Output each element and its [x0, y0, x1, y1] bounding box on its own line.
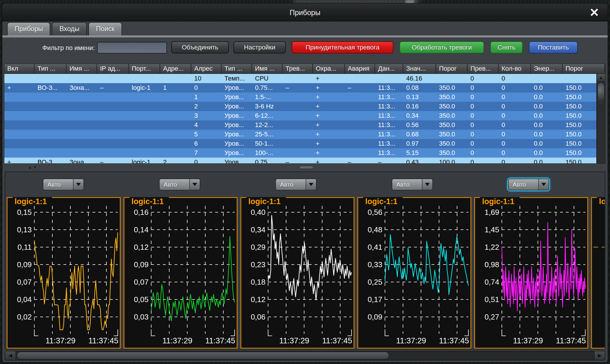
chart-border — [358, 198, 471, 348]
scroll-up-icon[interactable]: ▲ — [597, 74, 605, 81]
y-tick-label: 0,25 — [368, 278, 382, 286]
table-cell: 0.43 — [403, 158, 436, 164]
table-row[interactable]: 4Уров...12-2...+11:3...0.56350.0000.0150… — [4, 120, 605, 130]
tab-inputs[interactable]: Входы — [52, 22, 87, 35]
table-cell — [160, 102, 191, 111]
y-tick-label: 0,05 — [134, 295, 149, 304]
y-tick-label: 0,16 — [134, 208, 149, 217]
chart-panel-2[interactable]: 0,160,140,120,090,070,050,0311:37:2911:3… — [124, 197, 238, 349]
chevron-down-icon[interactable] — [538, 179, 549, 190]
table-cell — [35, 120, 67, 130]
chevron-down-glyph — [76, 183, 81, 186]
horizontal-scrollbar[interactable]: ◀ ▶ — [5, 351, 605, 361]
column-header[interactable]: Авария — [345, 64, 375, 74]
column-header[interactable]: Порог — [436, 64, 468, 74]
chart-panel-3[interactable]: 0,400,340,290,230,180,120,0611:37:2911:3… — [240, 197, 354, 349]
chart-panel-6[interactable]: 2,11,81,51,20,90,60,311:37:2911:37:45log… — [591, 197, 605, 349]
toolbar-button[interactable]: Поставить — [529, 41, 578, 53]
column-header[interactable]: Имя ... — [252, 64, 283, 74]
scale-select-4[interactable]: Авто — [392, 179, 433, 190]
table-row[interactable]: 10Темп...CPU+46.1600 — [4, 74, 605, 83]
pane-splitter[interactable]: ▲▼ — [2, 164, 608, 171]
scale-select-5[interactable]: Авто — [508, 179, 549, 190]
column-header[interactable]: Имя ... — [67, 64, 97, 74]
table-cell: 0 — [468, 158, 499, 164]
toolbar-button[interactable]: Принудительная тревога — [292, 41, 393, 53]
table-cell: – — [97, 83, 129, 92]
column-header[interactable]: Тип ... — [35, 64, 67, 74]
scroll-right-icon[interactable]: ▶ — [594, 351, 605, 360]
toolbar-button[interactable]: Настройки — [233, 41, 286, 53]
table-cell: 11:3... — [375, 83, 403, 92]
table-cell — [345, 111, 375, 120]
table-cell: 7 — [191, 148, 222, 158]
toolbar-button[interactable]: Снять — [490, 41, 523, 53]
y-tick-label: 0,07 — [134, 278, 149, 286]
table-cell — [531, 74, 563, 83]
chevron-down-icon[interactable] — [306, 179, 316, 190]
column-header[interactable]: Кол-во — [499, 64, 531, 74]
column-header[interactable]: Алрес — [191, 64, 222, 74]
scale-select-label: Авто — [43, 179, 73, 190]
table-cell: 0 — [468, 139, 499, 148]
column-header[interactable]: Порог — [563, 64, 605, 74]
column-header[interactable]: IP ад... — [97, 64, 129, 74]
chevron-down-icon[interactable] — [422, 179, 432, 190]
table-cell: 0 — [191, 158, 222, 164]
column-header[interactable]: Охра... — [313, 64, 345, 74]
chart-title: logic-1:1 — [365, 197, 397, 206]
column-header[interactable]: Трев... — [283, 64, 313, 74]
column-header[interactable]: Дан... — [375, 64, 403, 74]
table-row[interactable]: 5Уров...25-5...+11:3...0.68350.0000.0150… — [4, 130, 605, 139]
chart-panel-4[interactable]: 0,560,480,410,330,250,170,0911:37:2911:3… — [357, 197, 471, 349]
column-header[interactable]: Прев... — [468, 64, 499, 74]
tab-devices[interactable]: Приборы — [7, 22, 50, 35]
table-row[interactable]: 2Уров...3-6 Hz+11:3...0.16350.0000.0150.… — [4, 102, 605, 111]
y-tick-label: 0,23 — [251, 260, 265, 269]
table-row[interactable]: 1Уров...1.5-...+11:3...0.13350.0000.0150… — [4, 92, 605, 102]
toolbar-button[interactable]: Объединить — [171, 41, 229, 53]
close-icon[interactable]: ✕ — [587, 6, 601, 19]
table-cell — [97, 148, 129, 158]
splitter-collapse-icons[interactable]: ▲▼ — [28, 165, 38, 169]
scale-select-1[interactable]: Авто — [43, 179, 84, 190]
column-header[interactable]: Адре... — [160, 64, 191, 74]
chevron-down-icon[interactable] — [73, 179, 83, 190]
table-cell: 2 — [160, 158, 191, 164]
column-header[interactable]: Порт... — [129, 64, 160, 74]
y-tick-label: 0,09 — [17, 260, 32, 269]
column-header[interactable]: Вкл — [4, 64, 35, 74]
table-row[interactable]: 7Уров...100-...+11:3...5.15350.0000.0150… — [4, 148, 605, 158]
vertical-scroll-thumb[interactable] — [597, 83, 604, 106]
dialog-titlebar[interactable]: Приборы ✕ — [2, 3, 608, 22]
y-tick-label: 0,12 — [134, 243, 149, 251]
y-tick-label: 0,09 — [368, 313, 382, 321]
table-row[interactable]: +ВО-3...Зона...–logic-110Уров...0.75...–… — [4, 83, 605, 92]
column-header[interactable]: Тип ... — [222, 64, 252, 74]
tab-search[interactable]: Поиск — [88, 22, 122, 35]
table-cell — [67, 139, 97, 148]
table-cell: 0.0 — [531, 83, 563, 92]
splitter-handle-icon[interactable] — [299, 166, 313, 169]
chart-panel-1[interactable]: 0,150,130,110,090,070,040,0211:37:2911:3… — [7, 197, 121, 349]
filter-input[interactable] — [97, 42, 167, 53]
column-header[interactable]: Знач... — [403, 64, 436, 74]
table-row[interactable]: 6Уров...50-1...+11:3...0.97350.0000.0150… — [4, 139, 605, 148]
horizontal-scroll-thumb[interactable] — [17, 352, 389, 359]
scroll-left-icon[interactable]: ◀ — [5, 351, 16, 360]
scale-select-2[interactable]: Авто — [159, 179, 200, 190]
column-header[interactable]: Энер... — [531, 64, 563, 74]
toolbar-button[interactable]: Обработать тревоги — [399, 41, 484, 53]
scale-select-3[interactable]: Авто — [275, 179, 317, 190]
y-tick-label: 0,29 — [251, 243, 265, 251]
table-row[interactable]: 3Уров...6-12...+11:3...0.34350.0000.0150… — [4, 111, 605, 120]
table-cell: 0 — [468, 130, 499, 139]
table-cell: 6-12... — [252, 111, 283, 120]
vertical-scrollbar[interactable]: ▲ — [596, 74, 605, 163]
table-cell — [283, 139, 313, 148]
chart-panel-5[interactable]: 1,691,451,220,980,740,510,2711:37:2911:3… — [474, 197, 588, 349]
chevron-down-icon[interactable] — [189, 179, 200, 190]
table-cell: 350.0 — [436, 83, 468, 92]
table-row[interactable]: +ВО-3Зона...–logic-120Уров0.75–+––0.4310… — [4, 158, 605, 164]
y-tick-label: 0,15 — [17, 208, 32, 217]
